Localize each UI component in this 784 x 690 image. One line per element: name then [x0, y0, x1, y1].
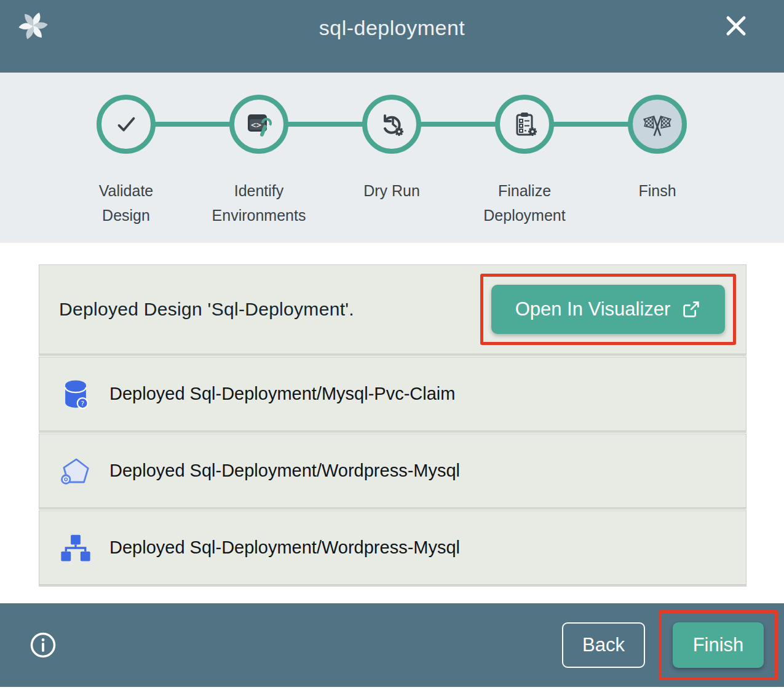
- dialog-footer: Back Finish: [0, 603, 784, 687]
- pentagon-service-icon: [59, 454, 92, 488]
- result-row-pvc: ? Deployed Sql-Deployment/Mysql-Pvc-Clai…: [39, 357, 746, 431]
- clipboard-gear-icon: [510, 109, 539, 139]
- step-label-validate-design: Validate Design: [60, 178, 192, 228]
- gear-icon: [528, 127, 537, 136]
- result-row-service: Deployed Sql-Deployment/Wordpress-Mysql: [39, 434, 746, 508]
- deployment-results: Deployed Design 'Sql-Deployment'. Open I…: [0, 243, 784, 603]
- step-label-identify-environments: Identify Environments: [192, 178, 325, 228]
- result-text: Deployed Sql-Deployment/Mysql-Pvc-Claim: [109, 384, 455, 404]
- step-identify-environments[interactable]: <>: [229, 95, 288, 154]
- summary-row: Deployed Design 'Sql-Deployment'. Open I…: [39, 264, 746, 354]
- visualizer-button-highlight: Open In Visualizer: [480, 274, 736, 345]
- database-icon: ?: [59, 378, 92, 411]
- hierarchy-deployment-icon: [59, 531, 92, 565]
- result-row-deployment: Deployed Sql-Deployment/Wordpress-Mysql: [39, 510, 746, 585]
- finish-button[interactable]: Finish: [673, 622, 764, 668]
- step-finalize-deployment[interactable]: [495, 95, 554, 154]
- gear-icon: [395, 127, 403, 136]
- meshery-logo-icon: [17, 9, 49, 42]
- dry-run-gear-icon: [377, 109, 406, 139]
- svg-text:?: ?: [81, 400, 84, 407]
- deployed-design-text: Deployed Design 'Sql-Deployment'.: [59, 299, 354, 320]
- finish-button-highlight: Finish: [659, 610, 778, 680]
- result-text: Deployed Sql-Deployment/Wordpress-Mysql: [109, 461, 460, 481]
- code-config-icon: <>: [244, 109, 274, 139]
- check-icon: [112, 110, 140, 138]
- step-label-finalize-deployment: Finalize Deployment: [458, 178, 591, 228]
- step-label-finish: Finsh: [591, 178, 724, 203]
- deployment-wizard-dialog: sql-deployment <>: [0, 0, 784, 690]
- finish-flags-icon: [642, 109, 673, 140]
- step-dry-run[interactable]: [362, 95, 421, 154]
- step-label-dry-run: Dry Run: [325, 178, 458, 203]
- close-icon[interactable]: [724, 14, 748, 38]
- info-icon[interactable]: [30, 632, 57, 659]
- result-text: Deployed Sql-Deployment/Wordpress-Mysql: [109, 537, 460, 558]
- open-in-new-icon: [681, 299, 701, 319]
- wizard-stepper: <>: [0, 73, 784, 243]
- open-in-visualizer-button[interactable]: Open In Visualizer: [491, 285, 725, 334]
- page-bottom-strip: [0, 687, 784, 690]
- step-finish[interactable]: [628, 95, 687, 154]
- step-validate-design[interactable]: [97, 95, 156, 154]
- dialog-header: sql-deployment: [0, 0, 784, 73]
- svg-text:<>: <>: [251, 120, 261, 130]
- back-button[interactable]: Back: [562, 622, 645, 668]
- dialog-title: sql-deployment: [319, 16, 465, 40]
